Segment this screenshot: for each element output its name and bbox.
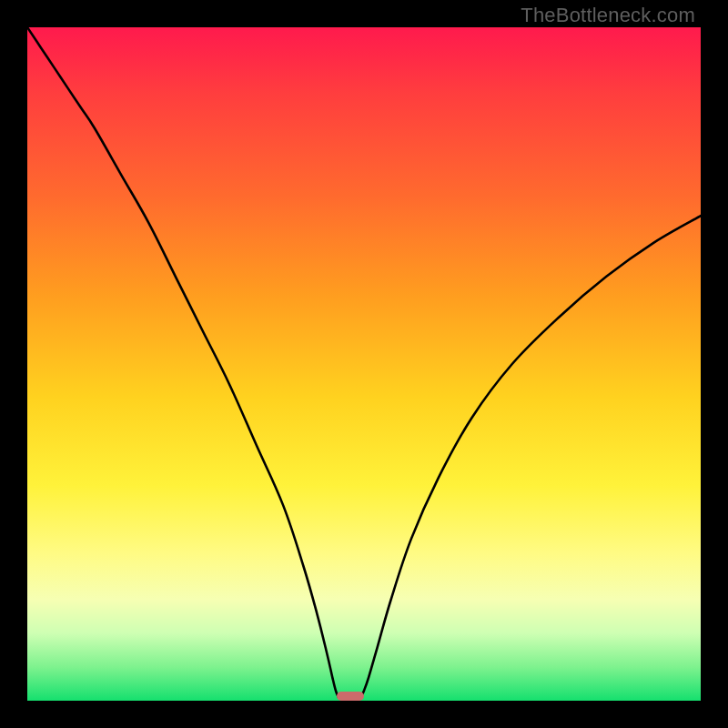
plot-area [27,27,701,701]
left-curve [27,27,339,697]
watermark-text: TheBottleneck.com [521,4,695,27]
bottleneck-marker [337,692,364,701]
chart-frame: TheBottleneck.com [0,0,728,728]
right-curve [360,216,701,697]
curve-layer [27,27,701,701]
